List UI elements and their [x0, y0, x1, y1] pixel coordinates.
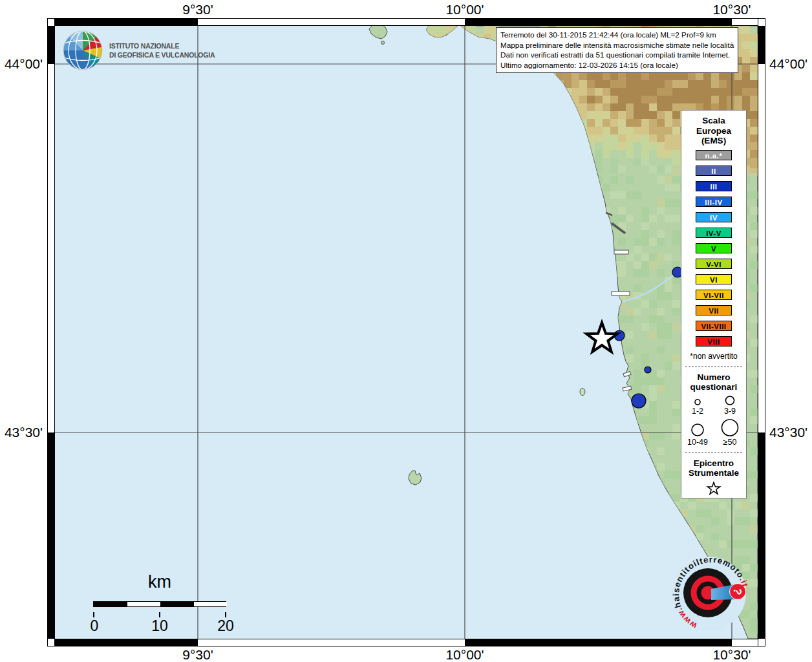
legend-title: Scala [681, 116, 746, 126]
epicenter-legend-title: Epicentro [681, 458, 746, 469]
ems-item-VII: VII [696, 305, 732, 315]
ems-item-n.a.*: n.a.* [696, 150, 732, 160]
ems-scale-list: n.a.*IIIIIIII-IVIVIV-VVV-VIVIVI-VIIVIIVI… [681, 150, 746, 347]
axis-label-top: 10°00' [445, 2, 484, 17]
questionnaire-size-grid: 1-23-910-49≥50 [681, 395, 746, 447]
ems-item-III-IV: III-IV [696, 197, 732, 207]
legend-footnote: *non avvertito [681, 352, 746, 361]
haisentitoilterremoto-logo: ? www.haisentitoilterremoto.it [664, 548, 758, 643]
questionnaire-title: Numero [681, 372, 746, 383]
frame-left [47, 18, 55, 646]
scale-bar-unit: km [93, 572, 226, 592]
axis-label-bottom: 10°00' [445, 647, 484, 662]
axis-label-left: 43°30' [0, 425, 43, 440]
questionnaire-circle-icon [688, 398, 707, 406]
axis-label-top: 9°30' [182, 2, 213, 17]
axis-label-top: 10°30' [712, 2, 751, 17]
event-info-box: Terremoto del 30-11-2015 21:42:44 (ora l… [496, 27, 738, 73]
ems-item-II: II [696, 166, 732, 176]
ems-item-V-VI: V-VI [696, 259, 732, 269]
questionnaire-circle-icon [720, 418, 740, 437]
legend-divider [685, 453, 742, 453]
axis-label-left: 44°00' [0, 56, 43, 72]
event-info-line: Terremoto del 30-11-2015 21:42:44 (ora l… [500, 30, 734, 40]
frame-right [758, 18, 765, 646]
ems-item-VII-VIII: VII-VIII [696, 321, 732, 331]
questionnaire-size-label: 1-2 [692, 407, 703, 416]
island-near-coast [580, 389, 585, 396]
locality-dot [645, 367, 651, 373]
legend: Scala Europea (EMS) n.a.*IIIIIIII-IVIVIV… [681, 110, 747, 498]
axis-label-bottom: 10°30' [712, 647, 751, 662]
ingv-globe-icon [61, 29, 104, 72]
questionnaire-size-label: 3-9 [724, 407, 736, 416]
scale-tick-label: 10 [151, 617, 168, 635]
locality-dot [632, 394, 646, 408]
questionnaire-size-item: ≥50 [714, 418, 746, 447]
axis-label-right: 44°00' [769, 56, 807, 72]
legend-divider [685, 367, 742, 367]
epicenter-legend-title: Strumentale [681, 468, 746, 478]
axis-label-right: 43°30' [769, 425, 807, 440]
ems-item-IV-V: IV-V [696, 228, 732, 238]
scale-bar: km 0 10 20 [93, 572, 226, 607]
questionnaire-size-label: ≥50 [723, 438, 737, 447]
frame-top [47, 18, 765, 26]
ingv-logo: ISTITUTO NAZIONALE DI GEOFISICA E VULCAN… [61, 29, 215, 72]
questionnaire-circle-icon [720, 395, 740, 406]
scale-bar-segments [93, 601, 226, 607]
ems-item-VIII: VIII [696, 336, 732, 347]
questionnaire-size-item: 10-49 [681, 418, 714, 447]
questionnaire-size-label: 10-49 [687, 438, 708, 447]
ingv-logo-line: ISTITUTO NAZIONALE [109, 41, 215, 50]
questionnaire-size-item: 1-2 [681, 395, 714, 416]
frame-bottom [47, 639, 765, 646]
ems-item-VI-VII: VI-VII [696, 290, 732, 300]
ems-item-IV: IV [696, 212, 732, 222]
legend-title: (EMS) [681, 136, 746, 146]
axis-label-bottom: 9°30' [182, 647, 213, 662]
event-info-line: Dati non verificati estratti da 51 quest… [500, 50, 734, 60]
scale-tick-label: 20 [217, 617, 234, 635]
map [55, 26, 758, 639]
scale-tick-label: 0 [91, 617, 99, 635]
event-info-line: Mappa preliminare delle intensità macros… [500, 40, 734, 50]
ems-item-III: III [696, 181, 732, 191]
ingv-logo-line: DI GEOFISICA E VULCANOLOGIA [109, 50, 215, 59]
ingv-logo-text: ISTITUTO NAZIONALE DI GEOFISICA E VULCAN… [109, 41, 215, 59]
event-info-line: Ultimo aggiornamento: 12-03-2026 14:15 (… [500, 60, 734, 70]
earthquake-intensity-map-page: Terremoto del 30-11-2015 21:42:44 (ora l… [0, 0, 812, 662]
legend-title: Europea [681, 126, 746, 136]
islet [381, 41, 385, 45]
questionnaire-circle-icon [688, 423, 707, 437]
questionnaire-size-item: 3-9 [714, 395, 746, 416]
ems-item-VI: VI [696, 274, 732, 284]
ems-item-V: V [696, 243, 732, 253]
epicenter-star-icon [706, 481, 721, 496]
questionnaire-title: questionari [681, 382, 746, 392]
